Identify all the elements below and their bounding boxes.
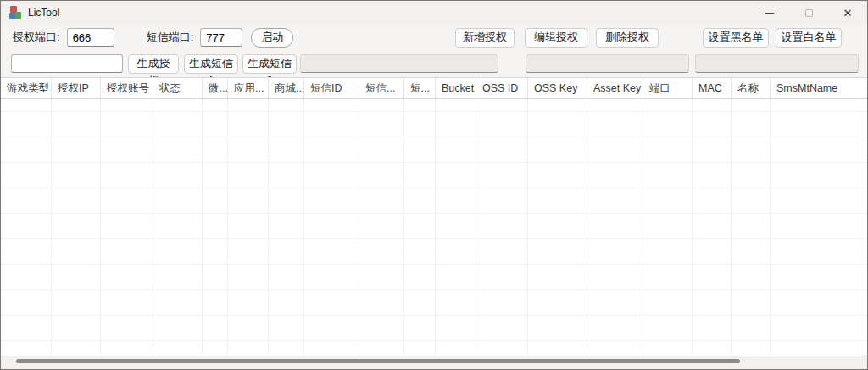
grid-vline bbox=[51, 99, 52, 356]
toolbar-generate: 生成授权 生成短信1 生成短信2 bbox=[1, 50, 867, 77]
grid-vline bbox=[359, 99, 359, 356]
table-row bbox=[1, 290, 867, 316]
auth-port-label: 授权端口: bbox=[13, 30, 60, 45]
table-row bbox=[1, 188, 867, 214]
close-button[interactable]: ✕ bbox=[828, 1, 867, 25]
table-row bbox=[1, 265, 867, 290]
grid-vline bbox=[476, 99, 476, 356]
column-header-13[interactable]: Asset Key bbox=[587, 78, 643, 98]
app-window: LicTool ✕ 授权端口: 短信端口: 启动 新增授权 编辑授权 删除授权 … bbox=[0, 0, 868, 370]
gen-sms1-button[interactable]: 生成短信1 bbox=[184, 54, 238, 74]
column-header-1[interactable]: 授权IP bbox=[52, 78, 101, 98]
table-row bbox=[1, 316, 867, 341]
license-table: 游戏类型授权IP授权账号状态微...应用...商城...短信ID短信...短..… bbox=[1, 77, 867, 356]
window-title: LicTool bbox=[28, 7, 59, 19]
grid-vline bbox=[268, 99, 269, 356]
window-controls: ✕ bbox=[750, 1, 867, 25]
column-header-3[interactable]: 状态 bbox=[153, 78, 203, 98]
grid-vline bbox=[527, 99, 528, 356]
table-header-row: 游戏类型授权IP授权账号状态微...应用...商城...短信ID短信...短..… bbox=[1, 77, 867, 99]
gen-sms2-button[interactable]: 生成短信2 bbox=[242, 54, 297, 74]
grid-vline bbox=[403, 99, 404, 356]
grid-vline bbox=[202, 99, 203, 356]
grid-vline bbox=[643, 99, 643, 356]
title-bar: LicTool ✕ bbox=[1, 1, 867, 25]
grid-vline bbox=[587, 99, 587, 356]
table-row bbox=[1, 239, 867, 265]
column-header-8[interactable]: 短信... bbox=[359, 78, 404, 98]
column-header-2[interactable]: 授权账号 bbox=[101, 78, 153, 98]
column-header-12[interactable]: OSS Key bbox=[528, 78, 587, 98]
column-header-6[interactable]: 商城... bbox=[269, 78, 304, 98]
column-header-11[interactable]: OSS ID bbox=[476, 78, 528, 98]
maximize-button[interactable] bbox=[789, 1, 828, 25]
table-row bbox=[1, 214, 867, 239]
grid-vline bbox=[153, 99, 153, 356]
grid-vline bbox=[731, 99, 732, 356]
column-header-16[interactable]: 名称 bbox=[732, 78, 771, 98]
delete-auth-button[interactable]: 删除授权 bbox=[596, 28, 659, 48]
minimize-button[interactable] bbox=[750, 1, 789, 25]
start-button[interactable]: 启动 bbox=[251, 28, 293, 48]
sms-port-label: 短信端口: bbox=[147, 30, 194, 45]
minimize-icon bbox=[765, 13, 774, 14]
table-row bbox=[1, 137, 867, 163]
output-field-3[interactable] bbox=[695, 54, 859, 73]
generate-input[interactable] bbox=[11, 54, 123, 73]
table-row bbox=[1, 99, 867, 112]
app-icon-green-cube bbox=[14, 12, 21, 19]
table-row bbox=[1, 341, 867, 356]
edit-auth-button[interactable]: 编辑授权 bbox=[525, 28, 587, 48]
set-blacklist-button[interactable]: 设置黑名单 bbox=[703, 28, 769, 48]
grid-vline bbox=[692, 99, 693, 356]
column-header-0[interactable]: 游戏类型 bbox=[1, 78, 52, 98]
column-header-4[interactable]: 微... bbox=[203, 78, 228, 98]
table-body[interactable] bbox=[1, 99, 867, 356]
column-header-5[interactable]: 应用... bbox=[228, 78, 269, 98]
gen-auth-button[interactable]: 生成授权 bbox=[128, 54, 179, 74]
column-header-15[interactable]: MAC bbox=[693, 78, 732, 98]
set-whitelist-button[interactable]: 设置白名单 bbox=[776, 28, 842, 48]
grid-vline bbox=[227, 99, 228, 356]
table-row bbox=[1, 112, 867, 137]
output-field-2[interactable] bbox=[526, 54, 689, 73]
grid-vline bbox=[435, 99, 436, 356]
grid-vline bbox=[770, 99, 771, 356]
column-header-17[interactable]: SmsMtName bbox=[771, 78, 865, 98]
window-bottom-edge bbox=[1, 366, 867, 369]
close-icon: ✕ bbox=[843, 8, 853, 19]
grid-vline bbox=[303, 99, 304, 356]
toolbar-ports: 授权端口: 短信端口: 启动 新增授权 编辑授权 删除授权 设置黑名单 设置白名… bbox=[1, 25, 867, 50]
auth-port-input[interactable] bbox=[67, 28, 114, 47]
column-header-10[interactable]: Bucket bbox=[436, 78, 476, 98]
app-cubes-icon bbox=[9, 6, 23, 20]
add-auth-button[interactable]: 新增授权 bbox=[455, 28, 515, 48]
horizontal-scrollbar-thumb[interactable] bbox=[16, 359, 740, 363]
output-field-1[interactable] bbox=[300, 54, 498, 73]
table-row bbox=[1, 163, 867, 188]
grid-vline bbox=[865, 99, 865, 356]
sms-port-input[interactable] bbox=[200, 28, 242, 47]
horizontal-scrollbar[interactable] bbox=[1, 356, 867, 366]
column-header-9[interactable]: 短... bbox=[404, 78, 436, 98]
column-header-7[interactable]: 短信ID bbox=[304, 78, 359, 98]
maximize-icon bbox=[805, 9, 813, 17]
grid-vline bbox=[100, 99, 101, 356]
app-icon-blue-cube bbox=[9, 13, 15, 19]
column-header-14[interactable]: 端口 bbox=[643, 78, 693, 98]
